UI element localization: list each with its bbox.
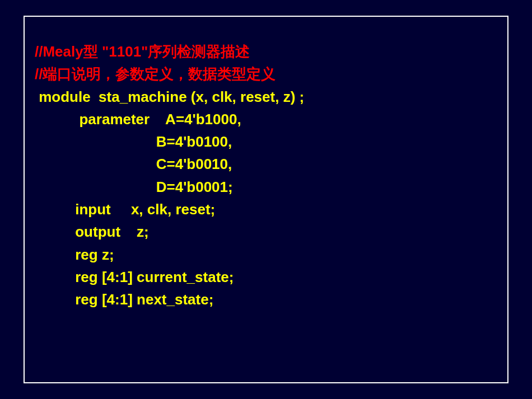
code-line: output z; bbox=[35, 223, 149, 240]
code-block: //Mealy型 "1101"序列检测器描述 //端口说明，参数定义，数据类型定… bbox=[35, 40, 497, 311]
code-line: B=4'b0100, bbox=[35, 133, 232, 150]
code-line: reg [4:1] next_state; bbox=[35, 291, 213, 308]
code-comment-line: //Mealy型 "1101"序列检测器描述 bbox=[35, 43, 250, 60]
code-line: C=4'b0010, bbox=[35, 156, 232, 172]
code-line: reg z; bbox=[35, 246, 114, 263]
code-line: input x, clk, reset; bbox=[35, 201, 215, 218]
code-line: D=4'b0001; bbox=[35, 179, 233, 195]
code-line: parameter A=4'b1000, bbox=[35, 111, 241, 128]
code-comment-line: //端口说明，参数定义，数据类型定义 bbox=[35, 65, 276, 82]
code-line: reg [4:1] current_state; bbox=[35, 269, 234, 285]
code-line: module sta_machine (x, clk, reset, z) ; bbox=[35, 88, 304, 105]
slide-frame: //Mealy型 "1101"序列检测器描述 //端口说明，参数定义，数据类型定… bbox=[24, 16, 508, 383]
